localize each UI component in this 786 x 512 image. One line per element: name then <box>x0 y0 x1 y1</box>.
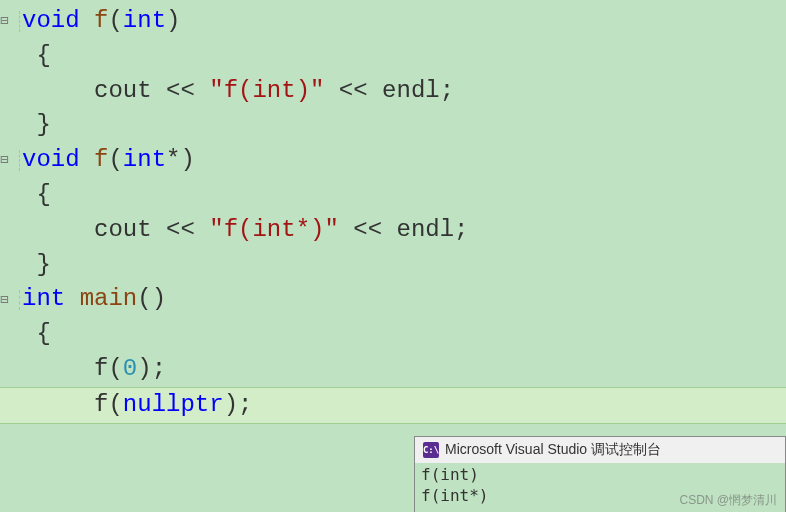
code-line[interactable]: { <box>0 178 786 213</box>
code-line[interactable]: { <box>0 39 786 74</box>
console-icon: C:\ <box>423 442 439 458</box>
code-content[interactable]: int main() <box>20 282 166 317</box>
watermark-text: CSDN @惘梦清川 <box>679 493 777 509</box>
console-title-text: Microsoft Visual Studio 调试控制台 <box>445 441 661 459</box>
code-line[interactable]: f(0); <box>0 352 786 387</box>
code-content[interactable]: void f(int*) <box>20 143 195 178</box>
code-line[interactable]: ⊟void f(int*) <box>0 143 786 178</box>
code-line[interactable]: } <box>0 108 786 143</box>
fold-gutter[interactable]: ⊟ <box>0 150 20 170</box>
code-content[interactable]: { <box>20 39 51 74</box>
code-content[interactable]: } <box>20 108 51 143</box>
code-content[interactable]: f(0); <box>20 352 166 387</box>
console-output[interactable]: f(int) f(int*) CSDN @惘梦清川 <box>415 463 785 512</box>
code-content[interactable]: f(nullptr); <box>20 388 252 423</box>
code-editor[interactable]: ⊟void f(int) { cout << "f(int)" << endl;… <box>0 0 786 428</box>
code-line[interactable]: ⊟void f(int) <box>0 4 786 39</box>
code-content[interactable]: { <box>20 178 51 213</box>
code-line[interactable]: cout << "f(int*)" << endl; <box>0 213 786 248</box>
code-line[interactable]: cout << "f(int)" << endl; <box>0 74 786 109</box>
console-line: f(int) <box>421 465 779 486</box>
code-line[interactable]: { <box>0 317 786 352</box>
console-titlebar[interactable]: C:\ Microsoft Visual Studio 调试控制台 <box>415 437 785 463</box>
fold-gutter[interactable]: ⊟ <box>0 290 20 310</box>
code-content[interactable]: { <box>20 317 51 352</box>
code-content[interactable]: void f(int) <box>20 4 180 39</box>
code-line[interactable]: f(nullptr); <box>0 387 786 424</box>
code-line[interactable]: ⊟int main() <box>0 282 786 317</box>
debug-console-window: C:\ Microsoft Visual Studio 调试控制台 f(int)… <box>414 436 786 512</box>
code-content[interactable]: cout << "f(int)" << endl; <box>20 74 454 109</box>
code-line[interactable]: } <box>0 248 786 283</box>
code-content[interactable]: } <box>20 248 51 283</box>
code-content[interactable]: cout << "f(int*)" << endl; <box>20 213 469 248</box>
fold-gutter[interactable]: ⊟ <box>0 11 20 31</box>
